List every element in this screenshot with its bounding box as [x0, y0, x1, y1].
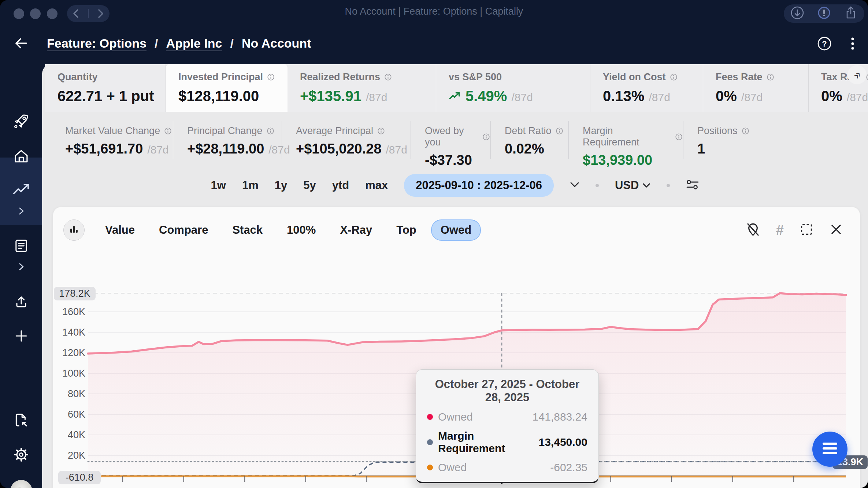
info-icon [384, 73, 392, 81]
stat-margin-requirement: Margin Requirement$13,939.00 [569, 121, 683, 159]
stats-row-secondary: Market Value Change+$51,691.70/87dPrinci… [51, 121, 868, 159]
selection-icon[interactable] [799, 222, 814, 238]
stat-value: 0% [821, 88, 842, 104]
stat-card-realized-returns[interactable]: Realized Returns+$135.91/87d [288, 64, 436, 112]
pin-off-icon[interactable] [745, 222, 761, 239]
stat-suffix: /87d [366, 91, 387, 104]
kebab-menu-icon[interactable] [850, 35, 856, 53]
hash-icon[interactable]: # [776, 223, 784, 237]
tab-value[interactable]: Value [96, 219, 144, 241]
chart-tool-icons: # [745, 222, 843, 239]
range-max[interactable]: max [365, 179, 388, 192]
breadcrumb-apple-inc[interactable]: Apple Inc [166, 36, 222, 51]
info-icon [266, 127, 275, 135]
sidebar-item-home[interactable] [0, 147, 42, 168]
currency-select[interactable]: USD [615, 179, 650, 192]
browser-actions [784, 4, 864, 23]
sidebar-expand-journal[interactable] [0, 260, 42, 275]
stat-value: -$37.30 [425, 152, 472, 168]
y-tick-label: 20K [53, 450, 85, 461]
stat-debt-ratio: Debt Ratio0.02% [491, 121, 569, 159]
tab-stack[interactable]: Stack [223, 219, 272, 241]
date-range-picker[interactable]: 2025-09-10 : 2025-12-06 [404, 174, 554, 197]
nav-forward-icon[interactable] [95, 7, 106, 20]
double-chevron-icon: » [850, 68, 864, 81]
stat-card-fees-rate[interactable]: Fees Rate0%/87d [703, 64, 809, 112]
y-min-badge: -610.8 [58, 471, 101, 484]
stat-suffix: /87d [147, 144, 168, 156]
stat-owed-by-you: Owed by you-$37.30 [411, 121, 491, 159]
y-tick-label: 60K [53, 409, 85, 420]
range-1w[interactable]: 1w [211, 179, 226, 192]
stat-suffix: /87d [649, 91, 670, 104]
stat-suffix: /87d [847, 91, 868, 104]
info-icon [675, 133, 683, 141]
y-tick-label: 160K [53, 306, 85, 318]
tab-compare[interactable]: Compare [149, 219, 218, 241]
close-icon[interactable] [829, 222, 843, 238]
sidebar-item-add[interactable] [0, 326, 42, 347]
stat-card-vs-s-p-500[interactable]: vs S&P 5005.49%/87d [436, 64, 590, 112]
range-1y[interactable]: 1y [275, 179, 287, 192]
filter-sliders-icon[interactable] [686, 179, 699, 192]
info-icon [377, 127, 385, 135]
y-tick-label: 80K [53, 388, 85, 400]
tab-owed[interactable]: Owed [431, 219, 481, 241]
sidebar-item-settings[interactable] [0, 445, 42, 466]
chart-plot-area[interactable]: 20K40K60K80K100K120K140K160K 178.2K -610… [53, 247, 860, 452]
breadcrumb-feature-options[interactable]: Feature: Options [47, 36, 146, 51]
stat-label: Owed by you [425, 125, 478, 148]
range-1m[interactable]: 1m [242, 179, 259, 192]
series-dot [427, 439, 433, 445]
stat-label: Average Principal [296, 125, 373, 137]
share-icon[interactable] [843, 5, 859, 22]
stat-suffix: /87d [511, 91, 533, 104]
range-ytd[interactable]: ytd [332, 179, 349, 192]
stat-label: Market Value Change [65, 125, 160, 137]
tab-100[interactable]: 100% [277, 219, 325, 241]
tab-top[interactable]: Top [387, 219, 426, 241]
stat-card-quantity[interactable]: Quantity622.71 + 1 put [45, 64, 166, 112]
sidebar-item-reports[interactable] [0, 410, 42, 432]
download-icon[interactable] [789, 5, 805, 22]
nav-back-icon[interactable] [70, 7, 81, 20]
sidebar-item-import[interactable] [0, 292, 42, 314]
series-dot [427, 465, 433, 470]
stat-card-invested-principal[interactable]: Invested Principal$128,119.00 [166, 64, 288, 112]
stat-label: Invested Principal [178, 71, 263, 83]
breadcrumb-no-account: No Account [242, 36, 311, 51]
series-dot [427, 414, 433, 420]
chart-toolbar: ValueCompareStack100%X-RayTopOwed # [53, 207, 860, 247]
floating-menu-button[interactable] [812, 432, 847, 467]
breadcrumb-separator: / [155, 36, 158, 51]
help-icon[interactable]: ? [816, 35, 833, 53]
onepassword-icon[interactable] [816, 5, 832, 22]
sidebar-item-performance[interactable] [0, 180, 42, 201]
tab-x-ray[interactable]: X-Ray [330, 219, 382, 241]
stat-label: Yield on Cost [603, 71, 666, 83]
time-controls: 1w1m1y5yytdmax 2025-09-10 : 2025-12-06 U… [42, 168, 868, 203]
home-icon [12, 147, 30, 167]
chevron-down-icon[interactable] [570, 182, 579, 189]
app-header: Feature: Options / Apple Inc / No Accoun… [0, 23, 868, 64]
avatar[interactable] [0, 480, 42, 488]
tooltip-series-label: Owed [438, 461, 467, 474]
stat-card-yield-on-cost[interactable]: Yield on Cost0.13%/87d [590, 64, 703, 112]
stat-average-principal: Average Principal+$105,020.28/87d [282, 121, 411, 159]
y-tick-label: 100K [53, 368, 85, 379]
info-icon [669, 73, 678, 81]
chart-type-button[interactable] [63, 219, 85, 241]
sidebar-expand-performance[interactable] [0, 204, 42, 219]
stat-label: vs S&P 500 [449, 71, 502, 83]
sidebar-item-rocket[interactable] [0, 111, 42, 133]
stat-principal-change: Principal Change+$28,119.00/87d [173, 121, 282, 159]
stat-value: $13,939.00 [583, 152, 652, 168]
stat-label: Margin Requirement [583, 125, 671, 148]
avatar-image [10, 480, 33, 488]
sidebar-item-journal[interactable] [0, 236, 42, 257]
stat-suffix: /87d [386, 144, 407, 156]
chevron-right-icon [16, 206, 26, 217]
y-tick-label: 140K [53, 327, 85, 338]
range-5y[interactable]: 5y [303, 179, 316, 192]
stat-value: +$28,119.00 [187, 141, 264, 157]
